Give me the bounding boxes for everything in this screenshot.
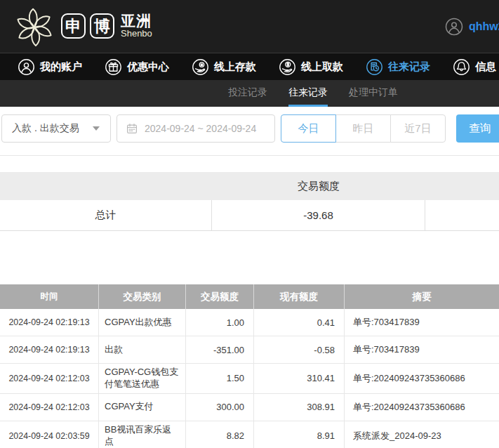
summary-header-spacer <box>0 172 212 200</box>
cell-amount: 8.82 <box>186 421 254 448</box>
logo-subtitle-text: Shenbo <box>121 29 152 39</box>
records-icon <box>366 58 383 76</box>
column-header-time: 时间 <box>0 284 99 309</box>
tab-betting-records[interactable]: 投注记录 <box>228 86 267 107</box>
user-icon <box>18 58 35 76</box>
logo-wordmark: 亚洲 Shenbo <box>121 13 152 39</box>
cell-type: 出款 <box>99 336 186 363</box>
cell-type: BB视讯百家乐返点 <box>99 421 186 448</box>
nav-label: 线上取款 <box>301 60 343 74</box>
summary-total-label: 总计 <box>0 200 212 230</box>
nav-item-deposit[interactable]: 线上存款 <box>192 58 256 76</box>
table-row: 2024-09-24 02:12:03 CGPAY支付 300.00 308.9… <box>0 394 499 421</box>
cell-summary: 系统派发_2024-09-23 <box>345 421 499 448</box>
nav-item-promotions[interactable]: 优惠中心 <box>105 58 169 76</box>
table-row: 2024-09-24 02:12:03 CGPAY-CG钱包支付笔笔送优惠 1.… <box>0 364 499 394</box>
cell-amount: -351.00 <box>186 336 254 363</box>
chevron-down-icon <box>93 126 100 131</box>
date-range-input[interactable]: 2024-09-24 ~ 2024-09-24 <box>117 114 275 143</box>
nav-label: 优惠中心 <box>127 60 169 74</box>
table-row: 2024-09-24 02:19:13 出款 -351.00 -0.58 单号:… <box>0 336 499 364</box>
table-row: 2024-09-24 02:19:13 CGPAY出款优惠 1.00 0.41 … <box>0 309 499 336</box>
column-header-type: 交易类别 <box>99 284 186 309</box>
search-button[interactable]: 查询 <box>456 114 499 143</box>
cell-type: CGPAY出款优惠 <box>99 309 186 336</box>
main-nav: 我的账户 优惠中心 线上存款 线上取款 <box>0 53 499 80</box>
dropdown-value: 入款 . 出款交易 <box>12 122 79 135</box>
bell-icon <box>453 58 470 76</box>
filter-bar: 入款 . 出款交易 2024-09-24 ~ 2024-09-24 今日 昨日 … <box>0 107 499 156</box>
cell-type: CGPAY-CG钱包支付笔笔送优惠 <box>99 364 186 393</box>
tab-processing-orders[interactable]: 处理中订单 <box>349 86 398 107</box>
records-header-row: 时间 交易类别 交易额度 现有额度 摘要 <box>0 284 499 309</box>
today-button[interactable]: 今日 <box>281 114 336 143</box>
cell-summary: 单号:202409243735360686 <box>345 364 499 393</box>
cell-time: 2024-09-24 02:03:59 <box>0 421 99 448</box>
summary-total-row: 总计 -39.68 <box>0 200 499 231</box>
cell-amount: 1.00 <box>186 309 254 336</box>
flower-logo-icon <box>14 6 55 46</box>
last-7-days-button[interactable]: 近7日 <box>390 114 446 143</box>
cell-time: 2024-09-24 02:19:13 <box>0 336 99 363</box>
cell-balance: -0.58 <box>254 336 345 363</box>
column-header-amount: 交易额度 <box>186 284 254 309</box>
summary-header-label: 交易额度 <box>212 172 425 200</box>
top-header: 申 博 亚洲 Shenbo qhhw2 <box>0 0 499 53</box>
nav-label: 线上存款 <box>214 60 256 74</box>
avatar-icon <box>445 18 463 36</box>
nav-item-withdraw[interactable]: 线上取款 <box>279 58 343 76</box>
cell-summary: 单号:703417839 <box>345 336 499 363</box>
summary-header-spacer <box>425 172 499 200</box>
summary-empty-cell <box>425 200 499 230</box>
transaction-type-dropdown[interactable]: 入款 . 出款交易 <box>1 114 111 143</box>
username-text[interactable]: qhhw2 <box>469 20 499 33</box>
cell-amount: 300.00 <box>186 394 254 421</box>
nav-label: 信息 <box>475 60 496 74</box>
calendar-icon <box>126 122 138 135</box>
cell-balance: 308.91 <box>254 394 345 421</box>
cell-time: 2024-09-24 02:19:13 <box>0 309 99 336</box>
nav-item-transaction-records[interactable]: 往来记录 <box>366 58 430 76</box>
logo-region-text: 亚洲 <box>121 13 152 29</box>
brand-logo[interactable]: 申 博 亚洲 Shenbo <box>14 6 152 46</box>
summary-table: 交易额度 总计 -39.68 <box>0 172 499 231</box>
gift-icon <box>105 58 122 76</box>
nav-label: 往来记录 <box>388 60 430 74</box>
cell-balance: 310.41 <box>254 364 345 393</box>
cell-type: CGPAY支付 <box>99 394 186 421</box>
logo-char-2: 博 <box>90 13 114 39</box>
summary-header-row: 交易额度 <box>0 172 499 200</box>
account-area[interactable]: qhhw2 <box>445 18 499 36</box>
cell-summary: 单号:202409243735360686 <box>345 394 499 421</box>
nav-item-messages[interactable]: 信息 <box>453 58 496 76</box>
tab-label: 投注记录 <box>228 86 267 98</box>
sub-nav: 投注记录 往来记录 处理中订单 <box>0 80 499 107</box>
cell-balance: 0.41 <box>254 309 345 336</box>
tab-label: 处理中订单 <box>349 86 398 98</box>
table-row: 2024-09-24 02:03:59 BB视讯百家乐返点 8.82 8.91 … <box>0 421 499 448</box>
column-header-summary: 摘要 <box>345 284 499 309</box>
yesterday-button[interactable]: 昨日 <box>335 114 391 143</box>
summary-total-value: -39.68 <box>212 200 425 230</box>
nav-label: 我的账户 <box>40 60 82 74</box>
cell-time: 2024-09-24 02:12:03 <box>0 394 99 421</box>
quick-date-buttons: 今日 昨日 近7日 <box>281 114 446 143</box>
cell-time: 2024-09-24 02:12:03 <box>0 364 99 393</box>
withdraw-icon <box>279 58 296 76</box>
cell-summary: 单号:703417839 <box>345 309 499 336</box>
deposit-icon <box>192 58 209 76</box>
date-range-value: 2024-09-24 ~ 2024-09-24 <box>145 123 256 134</box>
tab-transaction-records[interactable]: 往来记录 <box>288 86 328 107</box>
tab-label: 往来记录 <box>288 86 328 98</box>
nav-item-my-account[interactable]: 我的账户 <box>18 58 82 76</box>
cell-amount: 1.50 <box>186 364 254 393</box>
cell-balance: 8.91 <box>254 421 345 448</box>
records-table: 时间 交易类别 交易额度 现有额度 摘要 2024-09-24 02:19:13… <box>0 284 499 448</box>
column-header-balance: 现有额度 <box>254 284 345 309</box>
logo-char-1: 申 <box>61 13 86 39</box>
